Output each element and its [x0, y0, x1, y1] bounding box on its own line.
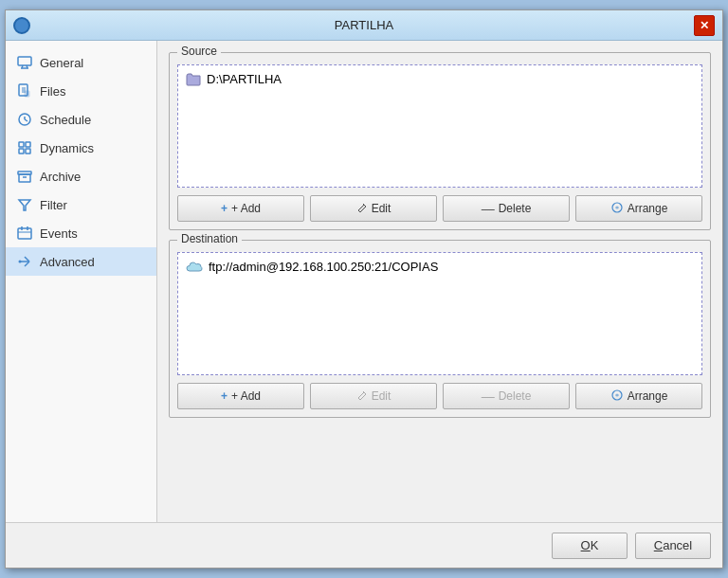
sidebar-item-general[interactable]: General [6, 48, 156, 77]
clock-icon [17, 112, 32, 127]
source-folder-icon [186, 73, 201, 86]
close-button[interactable]: ✕ [694, 15, 715, 36]
destination-arrange-icon [610, 388, 624, 405]
ok-button[interactable]: OK [552, 533, 628, 559]
svg-rect-12 [19, 142, 24, 147]
content-area: General Files [6, 41, 722, 522]
window-icon [13, 17, 30, 34]
title-bar-left [13, 17, 30, 34]
svg-point-27 [19, 261, 22, 263]
cancel-button[interactable]: Cancel [635, 533, 711, 559]
source-delete-icon: — [482, 202, 495, 215]
destination-item-label: ftp://admin@192.168.100.250:21/COPIAS [209, 260, 438, 274]
destination-edit-label: Edit [372, 389, 391, 403]
sidebar-item-events[interactable]: Events [6, 219, 156, 247]
source-delete-button[interactable]: — Delete [443, 195, 570, 222]
archive-icon [17, 169, 32, 184]
source-list[interactable]: D:\PARTILHA [177, 64, 702, 188]
source-group: Source D:\PARTILHA + + Add [169, 52, 711, 230]
source-delete-label: Delete [499, 202, 532, 215]
cancel-u: C [654, 538, 663, 552]
destination-delete-button[interactable]: — Delete [443, 383, 570, 409]
main-panel: Source D:\PARTILHA + + Add [157, 41, 722, 522]
sidebar-label-schedule: Schedule [40, 113, 91, 127]
sidebar-label-advanced: Advanced [40, 255, 95, 269]
sidebar-label-general: General [40, 56, 83, 70]
sidebar-label-files: Files [40, 84, 65, 99]
sidebar-label-dynamics: Dynamics [40, 141, 94, 155]
main-window: PARTILHA ✕ General [5, 9, 723, 569]
destination-list-item[interactable]: ftp://admin@192.168.100.250:21/COPIAS [182, 257, 698, 277]
source-edit-icon [356, 202, 368, 216]
advanced-icon [17, 254, 32, 269]
sidebar-label-archive: Archive [40, 170, 81, 184]
monitor-icon [17, 55, 32, 70]
destination-arrange-button[interactable]: Arrange [575, 383, 702, 409]
sidebar-label-filter: Filter [40, 198, 67, 212]
svg-rect-15 [26, 149, 30, 154]
sidebar-item-schedule[interactable]: Schedule [6, 105, 156, 134]
destination-edit-button[interactable]: Edit [310, 383, 437, 409]
source-item-label: D:\PARTILHA [207, 72, 282, 86]
destination-arrange-label: Arrange [628, 389, 668, 403]
sidebar-item-files[interactable]: Files [6, 77, 156, 105]
sidebar: General Files [6, 41, 157, 522]
events-icon [17, 226, 32, 241]
destination-edit-icon [356, 389, 368, 404]
file-icon [17, 83, 32, 99]
source-add-label: + Add [231, 202, 261, 215]
svg-rect-14 [19, 149, 24, 154]
title-bar: PARTILHA ✕ [6, 10, 722, 41]
svg-rect-13 [26, 142, 30, 147]
destination-btn-row: + + Add Edit — Del [177, 383, 702, 409]
destination-list[interactable]: ftp://admin@192.168.100.250:21/COPIAS [177, 252, 702, 375]
svg-rect-20 [18, 228, 31, 239]
destination-group: Destination ftp://admin@192.168.100.250:… [169, 240, 711, 418]
svg-marker-19 [19, 200, 30, 210]
ok-u: O [581, 538, 591, 552]
source-list-item[interactable]: D:\PARTILHA [182, 69, 698, 89]
destination-delete-label: Delete [499, 389, 532, 403]
source-group-label: Source [177, 45, 221, 58]
destination-delete-icon: — [482, 389, 495, 403]
source-edit-button[interactable]: Edit [310, 195, 437, 222]
sidebar-item-filter[interactable]: Filter [6, 190, 156, 219]
destination-add-button[interactable]: + + Add [177, 383, 304, 409]
grid-icon [17, 140, 32, 155]
destination-group-label: Destination [177, 232, 242, 245]
destination-add-icon: + [221, 389, 228, 403]
svg-rect-17 [19, 174, 30, 182]
sidebar-label-events: Events [40, 226, 78, 241]
sidebar-item-advanced[interactable]: Advanced [6, 247, 156, 276]
destination-cloud-icon [186, 261, 203, 273]
sidebar-item-archive[interactable]: Archive [6, 162, 156, 190]
source-arrange-button[interactable]: Arrange [575, 195, 702, 222]
footer: OK Cancel [6, 522, 722, 568]
svg-line-11 [25, 119, 27, 121]
source-add-button[interactable]: + + Add [177, 195, 304, 222]
filter-icon [17, 197, 32, 212]
sidebar-item-dynamics[interactable]: Dynamics [6, 134, 156, 162]
svg-rect-8 [25, 91, 29, 97]
source-btn-row: + + Add Edit — Del [177, 195, 702, 222]
window-title: PARTILHA [335, 18, 393, 32]
svg-rect-0 [18, 57, 31, 65]
source-add-icon: + [221, 202, 228, 215]
destination-add-label: + Add [231, 389, 261, 403]
source-arrange-label: Arrange [628, 202, 668, 215]
source-arrange-icon [610, 201, 624, 217]
source-edit-label: Edit [372, 202, 391, 215]
